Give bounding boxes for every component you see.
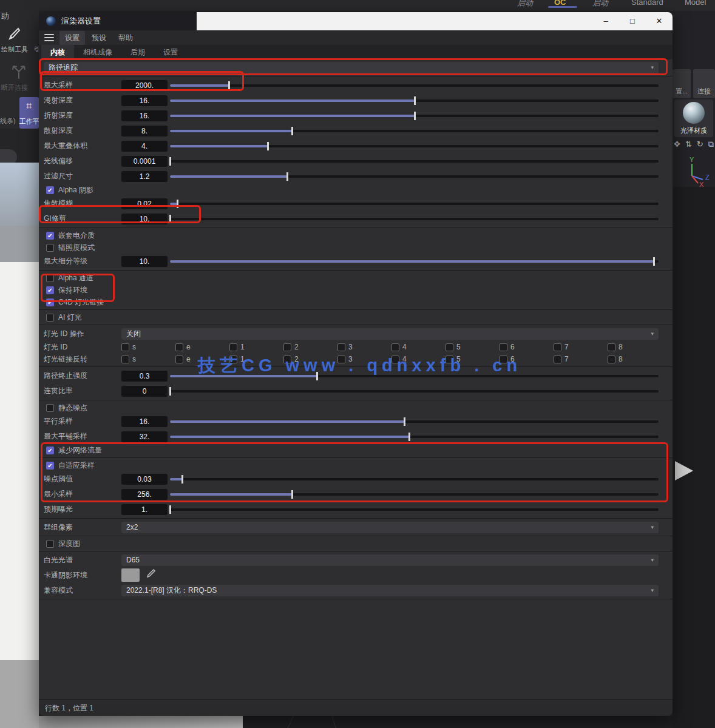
parameter-value-field[interactable]: 0: [121, 386, 168, 397]
slider-handle[interactable]: [286, 172, 288, 181]
window-titlebar[interactable]: 渲染器设置 – □ ✕: [39, 12, 673, 30]
checkbox[interactable]: [121, 356, 129, 363]
checkbox[interactable]: [554, 356, 561, 363]
eyedropper-icon[interactable]: [146, 569, 155, 581]
menu-presets[interactable]: 预设: [86, 31, 112, 45]
parameter-slider[interactable]: [170, 475, 659, 484]
checkbox[interactable]: [500, 343, 507, 351]
slider-handle[interactable]: [169, 387, 171, 396]
panel-button-partial[interactable]: 置...: [673, 69, 691, 98]
checkbox[interactable]: [175, 343, 183, 351]
workplane-button[interactable]: ⌗ 工作平: [19, 97, 39, 129]
checkbox[interactable]: [46, 540, 54, 548]
slider-handle[interactable]: [414, 112, 416, 120]
parameter-value-field[interactable]: 10.: [121, 256, 168, 267]
connect-button-partial[interactable]: 连接: [693, 69, 715, 98]
parameter-slider[interactable]: [170, 157, 659, 166]
checkbox[interactable]: ✔: [46, 298, 54, 306]
parameter-value-field[interactable]: 16.: [121, 95, 168, 106]
checkbox[interactable]: [46, 244, 54, 252]
slider-handle[interactable]: [177, 200, 178, 208]
checkbox[interactable]: [46, 314, 54, 322]
parameter-value-field[interactable]: 16.: [121, 416, 168, 427]
checkbox[interactable]: [554, 343, 561, 351]
parameter-slider[interactable]: [170, 112, 659, 120]
checkbox[interactable]: [446, 343, 453, 351]
zoom-icon[interactable]: ⇅: [685, 140, 692, 149]
parameter-value-field[interactable]: 256.: [121, 489, 168, 500]
checkbox[interactable]: [283, 343, 291, 351]
slider-handle[interactable]: [291, 490, 293, 499]
slider-handle[interactable]: [316, 372, 318, 380]
parameter-value-field[interactable]: 0.02: [121, 198, 168, 209]
checkbox[interactable]: [46, 274, 54, 282]
checkbox[interactable]: [46, 404, 54, 412]
checkbox[interactable]: [229, 356, 237, 363]
checkbox[interactable]: [175, 356, 183, 363]
tab-post[interactable]: 后期: [121, 45, 154, 59]
parameter-value-field[interactable]: 8.: [121, 126, 168, 136]
slider-handle[interactable]: [169, 215, 171, 223]
slider-handle[interactable]: [181, 475, 183, 484]
slider-handle[interactable]: [291, 127, 293, 135]
slider-handle[interactable]: [408, 433, 410, 441]
checkbox[interactable]: [391, 356, 399, 363]
tab-kernel[interactable]: 内核: [41, 45, 74, 59]
parameter-slider[interactable]: [170, 172, 659, 181]
close-button[interactable]: ✕: [646, 12, 673, 30]
parameter-value-field[interactable]: 0.0001: [121, 156, 168, 167]
parameter-slider[interactable]: [170, 372, 659, 380]
slider-handle[interactable]: [267, 142, 269, 150]
checkbox[interactable]: [337, 343, 345, 351]
checkbox[interactable]: [608, 356, 615, 363]
dropdown-select[interactable]: 关闭▾: [121, 328, 659, 340]
checkbox[interactable]: ✔: [46, 462, 54, 470]
tab-settings[interactable]: 设置: [154, 45, 187, 59]
parameter-value-field[interactable]: 0.03: [121, 474, 168, 485]
parameter-value-field[interactable]: 32.: [121, 431, 168, 442]
checkbox[interactable]: ✔: [46, 232, 54, 240]
parameter-slider[interactable]: [170, 387, 659, 396]
dropdown-select[interactable]: 2x2▾: [121, 522, 659, 533]
parameter-value-field[interactable]: 4.: [121, 141, 168, 152]
parameter-value-field[interactable]: 0.3: [121, 371, 168, 382]
parameter-slider[interactable]: [170, 142, 659, 150]
slider-handle[interactable]: [169, 505, 171, 514]
parameter-value-field[interactable]: 1.: [121, 504, 168, 515]
pan-icon[interactable]: ✥: [674, 140, 680, 149]
checkbox[interactable]: ✔: [46, 286, 54, 294]
help-menu-partial[interactable]: 助: [1, 11, 9, 22]
checkbox[interactable]: [229, 343, 237, 351]
parameter-slider[interactable]: [170, 127, 659, 135]
checkbox[interactable]: [500, 356, 507, 363]
menu-settings[interactable]: 设置: [59, 31, 85, 45]
top-menu-item[interactable]: Standard: [631, 0, 663, 7]
paint-tool-icon[interactable]: [5, 27, 21, 42]
parameter-slider[interactable]: [170, 81, 659, 90]
checkbox[interactable]: [446, 356, 453, 363]
slider-handle[interactable]: [228, 81, 230, 90]
menu-help[interactable]: 帮助: [113, 31, 138, 45]
disconnect-icon[interactable]: [10, 63, 28, 81]
parameter-value-field[interactable]: 1.2: [121, 171, 168, 182]
checkbox[interactable]: [337, 356, 345, 363]
parameter-slider[interactable]: [170, 200, 659, 208]
parameter-value-field[interactable]: 2000.: [121, 80, 168, 91]
slider-handle[interactable]: [169, 157, 171, 166]
checkbox[interactable]: [121, 343, 129, 351]
dropdown-select[interactable]: D65▾: [121, 554, 659, 566]
dropdown-select[interactable]: 2022.1-[R8] 汉化：RRQ-DS▾: [121, 585, 659, 596]
tab-camera-imaging[interactable]: 相机成像: [74, 45, 121, 59]
top-menu-item[interactable]: 启动: [517, 0, 533, 8]
parameter-slider[interactable]: [170, 215, 659, 223]
parameter-slider[interactable]: [170, 96, 659, 105]
checkbox[interactable]: [391, 343, 399, 351]
parameter-value-field[interactable]: 10.: [121, 214, 168, 224]
parameter-slider[interactable]: [170, 257, 659, 266]
parameter-slider[interactable]: [170, 433, 659, 441]
maximize-view-icon[interactable]: ⧉: [708, 140, 714, 149]
top-menu-item[interactable]: 启动: [592, 0, 608, 8]
material-tile[interactable]: 光泽材质: [674, 99, 713, 137]
parameter-slider[interactable]: [170, 490, 659, 499]
slider-handle[interactable]: [653, 257, 655, 266]
